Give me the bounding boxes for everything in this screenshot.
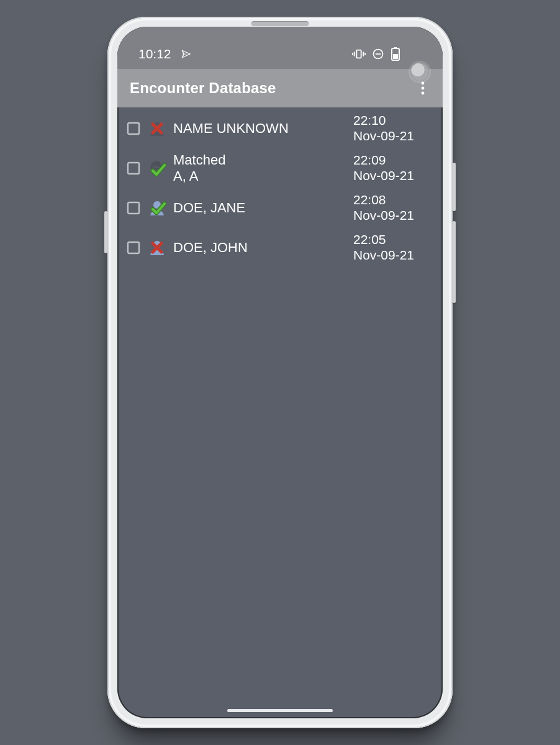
row-name: DOE, JOHN	[172, 240, 348, 256]
status-time: 10:12	[138, 47, 171, 61]
row-timestamp: 22:10 Nov-09-21	[353, 113, 433, 144]
status-fingerprint-match-icon	[147, 158, 167, 178]
row-timestamp: 22:05 Nov-09-21	[353, 232, 433, 263]
status-person-unknown-icon	[147, 238, 167, 258]
status-person-match-icon	[147, 198, 167, 218]
app-bar: Encounter Database	[117, 69, 443, 107]
power-button	[453, 163, 456, 211]
more-vert-icon	[421, 81, 425, 95]
svg-rect-2	[352, 53, 353, 55]
app-title: Encounter Database	[130, 79, 276, 97]
status-bar: 10:12	[117, 27, 443, 69]
row-checkbox[interactable]	[125, 239, 142, 256]
row-checkbox[interactable]	[125, 160, 142, 177]
svg-rect-6	[376, 53, 381, 55]
svg-rect-15	[128, 163, 139, 174]
svg-rect-13	[128, 123, 139, 134]
row-checkbox[interactable]	[125, 199, 142, 217]
row-name: NAME UNKNOWN	[172, 120, 348, 137]
row-timestamp: 22:09 Nov-09-21	[353, 153, 433, 184]
volume-rocker	[453, 221, 456, 303]
send-icon	[180, 48, 192, 60]
dnd-icon	[372, 48, 384, 60]
row-name: Matched A, A	[172, 152, 348, 184]
svg-rect-9	[393, 54, 398, 59]
battery-icon	[391, 47, 400, 61]
status-unknown-icon	[147, 119, 167, 138]
front-camera	[410, 63, 429, 81]
svg-point-11	[422, 87, 425, 90]
svg-rect-3	[363, 52, 364, 56]
list-item[interactable]: Matched A, A 22:09 Nov-09-21	[117, 148, 443, 188]
encounter-list: NAME UNKNOWN 22:10 Nov-09-21	[117, 107, 443, 268]
screen: 10:12 Encounter Database	[117, 27, 443, 718]
svg-point-10	[422, 82, 425, 85]
svg-rect-18	[128, 242, 139, 253]
bixby-button	[104, 211, 107, 253]
row-checkbox[interactable]	[125, 120, 142, 137]
vibrate-icon	[352, 47, 366, 61]
svg-rect-4	[364, 53, 366, 55]
svg-rect-16	[128, 202, 139, 214]
list-item[interactable]: DOE, JANE 22:08 Nov-09-21	[117, 188, 443, 228]
row-name: DOE, JANE	[172, 200, 348, 216]
phone-frame: 10:12 Encounter Database	[107, 17, 453, 728]
gesture-bar	[227, 709, 333, 712]
row-timestamp: 22:08 Nov-09-21	[353, 192, 433, 224]
list-item[interactable]: NAME UNKNOWN 22:10 Nov-09-21	[117, 109, 443, 148]
list-item[interactable]: DOE, JOHN 22:05 Nov-09-21	[117, 228, 443, 268]
svg-rect-1	[354, 52, 355, 56]
svg-point-12	[422, 92, 425, 95]
